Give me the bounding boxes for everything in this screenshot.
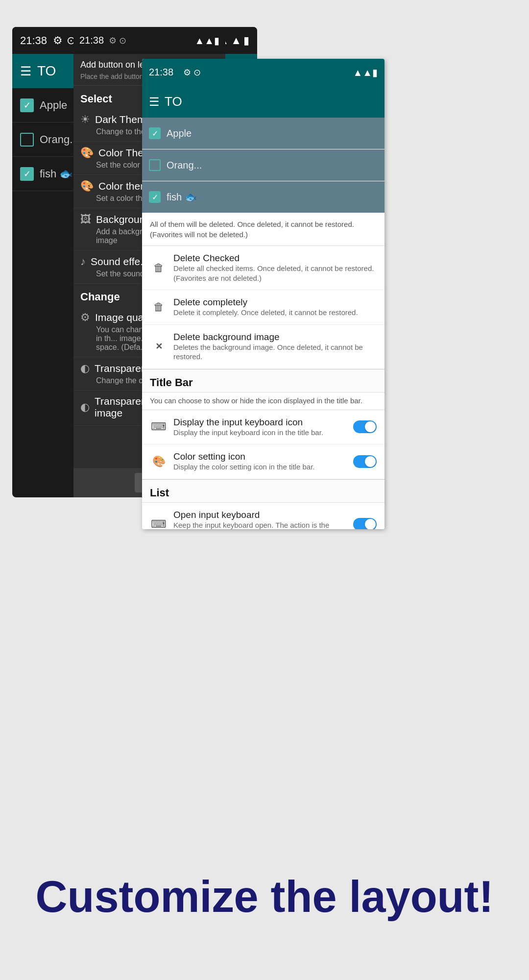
list-section-title: List — [142, 480, 385, 503]
delete-checked-title: Delete Checked — [173, 253, 377, 264]
checkbox-1: ✓ — [20, 98, 34, 112]
delete-background-desc: Deletes the background image. Once delet… — [173, 343, 377, 362]
sp-right-icons: ▲▲▮ — [353, 67, 378, 78]
transparency-icon: ◐ — [80, 362, 90, 375]
delete-completely-content: Delete completely Delete it completely. … — [173, 297, 377, 318]
bg-time: 21:38 — [20, 34, 47, 47]
delete-completely-desc: Delete it completely. Once deleted, it c… — [173, 308, 377, 318]
checkbox-2 — [20, 133, 34, 147]
open-keyboard-row[interactable]: ⌨ Open input keyboard Keep the input key… — [142, 503, 385, 530]
open-keyboard-knob — [365, 519, 376, 529]
sp-app-title: TO — [165, 94, 182, 109]
signal-icon: ▲ — [231, 34, 241, 47]
sp-checkbox-3: ✓ — [149, 191, 161, 203]
image-quality-icon: ⚙ — [80, 311, 90, 324]
bg-status-icons: ⚙ ⊙ — [53, 34, 75, 47]
color-theme-2-icon: 🎨 — [80, 180, 94, 193]
delete-background-row[interactable]: ✕ Delete background image Deletes the ba… — [142, 325, 385, 369]
color-setting-desc: Display the color setting icon in the ti… — [173, 462, 347, 472]
background-icon: 🖼 — [80, 213, 91, 226]
open-keyboard-desc: Keep the input keyboard open. The action… — [173, 520, 347, 530]
settings-icon: ⚙ — [53, 34, 63, 47]
drawer-status-bar: 21:38 ⚙ ⊙ ▲▲▮ — [73, 27, 225, 54]
title-bar-section-title: Title Bar — [142, 369, 385, 392]
title-bar-desc: You can choose to show or hide the icon … — [142, 392, 385, 410]
drawer-right-icons: ▲▲▮ — [194, 35, 219, 47]
delete-background-title: Delete background image — [173, 332, 377, 343]
settings-panel: 21:38 ⚙ ⊙ ▲▲▮ ☰ TO ✓ Apple Orang... ✓ fi… — [142, 59, 385, 529]
dark-theme-icon: ☀ — [80, 113, 90, 126]
keyboard-toggle[interactable] — [353, 420, 377, 433]
sp-time: 21:38 — [149, 67, 173, 78]
open-keyboard-toggle[interactable] — [353, 518, 377, 529]
sp-item-text-1: Apple — [167, 128, 192, 139]
open-keyboard-icon: ⌨ — [150, 515, 168, 529]
list-text-1: Apple — [40, 99, 67, 112]
color-setting-content: Color setting icon Display the color set… — [173, 451, 347, 472]
sp-status-bar: 21:38 ⚙ ⊙ ▲▲▮ — [142, 59, 385, 86]
sp-app-bar: ☰ TO — [142, 86, 385, 118]
delete-checked-desc: Delete all checked items. Once deleted, … — [173, 264, 377, 283]
open-keyboard-content: Open input keyboard Keep the input keybo… — [173, 510, 347, 530]
sp-item-text-3: fish 🐟 — [167, 191, 197, 203]
sp-list-item-3: ✓ fish 🐟 — [142, 181, 385, 213]
add-button-label: Add button on left. — [80, 60, 152, 70]
keyboard-row-desc: Display the input keyboard icon in the t… — [173, 428, 347, 438]
color-setting-toggle[interactable] — [353, 455, 377, 468]
delete-checked-icon: 🗑 — [150, 259, 168, 277]
keyboard-toggle-knob — [365, 421, 376, 432]
color-setting-row[interactable]: 🎨 Color setting icon Display the color s… — [142, 444, 385, 479]
drawer-settings-icon: ⚙ ⊙ — [109, 35, 126, 46]
open-keyboard-title: Open input keyboard — [173, 510, 347, 520]
hamburger-icon: ☰ — [20, 64, 31, 79]
headline-text: Customize the layout! — [20, 873, 509, 921]
sp-item-text-2: Orang... — [167, 160, 202, 171]
sp-hamburger-icon: ☰ — [149, 95, 160, 109]
sp-checkbox-2 — [149, 159, 161, 171]
delete-checked-row[interactable]: 🗑 Delete Checked Delete all checked item… — [142, 246, 385, 290]
sp-checkbox-1: ✓ — [149, 127, 161, 139]
keyboard-row-icon: ⌨ — [150, 418, 168, 436]
transparency-image-icon: ◐ — [80, 401, 90, 414]
delete-background-icon: ✕ — [150, 338, 168, 355]
display-keyboard-row[interactable]: ⌨ Display the input keyboard icon Displa… — [142, 410, 385, 445]
drawer-time: 21:38 — [79, 35, 104, 46]
keyboard-row-content: Display the input keyboard icon Display … — [173, 417, 347, 438]
color-theme-1-icon: 🎨 — [80, 147, 94, 159]
color-setting-icon: 🎨 — [150, 453, 168, 470]
delete-completely-title: Delete completely — [173, 297, 377, 308]
bg-app-title: TO — [37, 63, 56, 79]
list-text-2: Orang... — [40, 133, 78, 146]
keyboard-row-title: Display the input keyboard icon — [173, 417, 347, 428]
bottom-section: Customize the layout! — [0, 873, 529, 921]
delete-background-content: Delete background image Deletes the back… — [173, 332, 377, 362]
color-setting-knob — [365, 456, 376, 467]
sound-label: Sound effe... — [91, 256, 149, 268]
delete-completely-icon: 🗑 — [150, 298, 168, 316]
sp-content: All of them will be deleted. Once delete… — [142, 213, 385, 529]
delete-checked-content: Delete Checked Delete all checked items.… — [173, 253, 377, 283]
delete-completely-row[interactable]: 🗑 Delete completely Delete it completely… — [142, 290, 385, 325]
sp-list-item-1: ✓ Apple — [142, 118, 385, 149]
sp-settings-icon: ⚙ ⊙ — [183, 67, 201, 78]
battery-icon-bg: ▮ — [243, 34, 249, 47]
sp-list-item-2: Orang... — [142, 149, 385, 181]
checkbox-3: ✓ — [20, 167, 34, 181]
sound-icon: ♪ — [80, 255, 86, 268]
color-setting-title: Color setting icon — [173, 451, 347, 462]
list-text-3: fish 🐟 — [40, 168, 72, 180]
warning-text: All of them will be deleted. Once delete… — [142, 213, 385, 246]
